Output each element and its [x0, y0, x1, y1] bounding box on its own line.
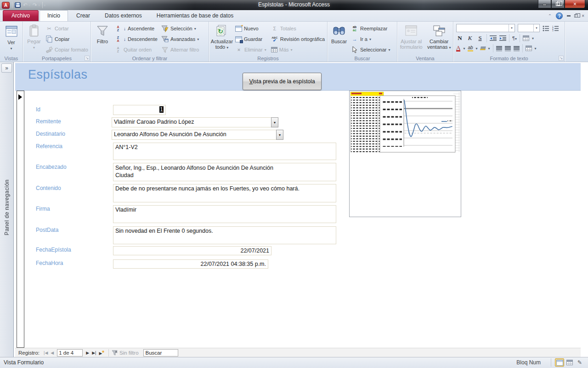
- record-search-input[interactable]: Buscar: [143, 349, 178, 356]
- select-cursor-icon: [351, 46, 358, 53]
- ir-a-button[interactable]: → Ir a▾: [350, 34, 392, 44]
- field-label-referencia: Referencia: [36, 143, 109, 150]
- destinatario-combo[interactable]: Leonardo Alfonso De Asunción De Asunción…: [112, 130, 283, 140]
- numlock-status: Bloq Num: [516, 359, 541, 366]
- gridlines-icon[interactable]: [526, 46, 532, 51]
- new-record-icon[interactable]: ▶*: [99, 350, 104, 356]
- tab-crear[interactable]: Crear: [69, 11, 97, 21]
- referencia-field[interactable]: AN°1-V2: [113, 143, 336, 160]
- nuevo-button[interactable]: * Nuevo: [234, 23, 270, 34]
- eliminar-button[interactable]: × Eliminar▾: [234, 45, 270, 55]
- italic-button[interactable]: K: [466, 34, 474, 42]
- embedded-chart-image[interactable]: [349, 91, 461, 217]
- form-view-button[interactable]: [555, 358, 564, 367]
- spellcheck-icon: ABC✔: [271, 35, 278, 43]
- record-selector-bar[interactable]: [17, 91, 24, 348]
- revision-ortografica-button[interactable]: ABC✔ Revisión ortográfica: [270, 34, 326, 44]
- font-color-icon[interactable]: A: [456, 45, 460, 52]
- shading-icon[interactable]: [523, 35, 529, 41]
- copiar-formato-button[interactable]: Copiar formato: [44, 45, 90, 55]
- seleccionar-button[interactable]: Seleccionar▾: [350, 45, 392, 55]
- underline-button[interactable]: S: [476, 34, 484, 42]
- restore-button[interactable]: [551, 0, 565, 8]
- design-view-button[interactable]: ✎: [575, 358, 584, 367]
- id-field[interactable]: 1: [113, 105, 166, 115]
- last-record-icon[interactable]: ▶|: [92, 351, 96, 355]
- quitar-orden-button[interactable]: AZ Quitar orden: [113, 45, 160, 55]
- group-vistas: Ver▾ Vistas: [0, 22, 23, 62]
- fill-color-icon[interactable]: [480, 46, 486, 50]
- no-filter-icon: [112, 350, 118, 356]
- mas-button[interactable]: Más▾: [270, 45, 326, 55]
- totales-button[interactable]: Σ Totales: [270, 23, 326, 34]
- tab-datos-externos[interactable]: Datos externos: [97, 11, 149, 21]
- align-center-icon[interactable]: [505, 46, 511, 51]
- expand-nav-pane-button[interactable]: »: [1, 63, 12, 73]
- pegar-button[interactable]: Pegar▾: [24, 23, 44, 55]
- align-left-icon[interactable]: [496, 46, 502, 51]
- paragraph-direction-icon[interactable]: ¶▾: [512, 35, 517, 41]
- ajustar-formulario-button[interactable]: Ajustar al formulario: [398, 23, 424, 55]
- postdata-field[interactable]: Sin novedad en El Frente 0 segundos.: [113, 226, 336, 244]
- reemplazar-button[interactable]: abac Reemplazar: [350, 23, 392, 34]
- destinatario-dropdown-icon[interactable]: ▾: [276, 130, 283, 140]
- encabezado-field[interactable]: Señor, Ing., Esp., Leonardo Alfonso De A…: [113, 163, 336, 181]
- replace-icon: abac: [351, 25, 358, 32]
- record-position-box[interactable]: 1 de 4: [57, 349, 83, 356]
- preview-epistola-button[interactable]: Vista previa de la espístola: [243, 73, 322, 90]
- field-label-id: Id: [36, 106, 109, 113]
- buscar-button[interactable]: Buscar: [328, 23, 350, 55]
- descendente-button[interactable]: ZA ↓ Descendente: [113, 34, 160, 44]
- filter-status[interactable]: Sin filtro: [112, 350, 139, 356]
- first-record-icon[interactable]: |◀: [44, 351, 48, 355]
- form-title: Espístolas: [28, 68, 88, 82]
- alternar-filtro-button[interactable]: Alternar filtro: [160, 45, 200, 55]
- bold-button[interactable]: N: [456, 34, 464, 42]
- guardar-button[interactable]: Guardar: [234, 34, 270, 44]
- form-view-icon: [556, 360, 563, 366]
- fechaepistola-field[interactable]: 22/07/2021: [113, 246, 271, 255]
- seleccion-button[interactable]: Selección▾: [160, 23, 200, 34]
- bullets-icon[interactable]: [543, 25, 549, 31]
- field-label-destinatario: Destinatario: [36, 131, 109, 137]
- filtro-button[interactable]: Filtro: [92, 23, 113, 55]
- font-family-combo[interactable]: ▾: [456, 24, 515, 32]
- align-right-icon[interactable]: [514, 46, 520, 51]
- datasheet-view-button[interactable]: [565, 358, 574, 367]
- tab-archivo[interactable]: Archivo: [3, 10, 39, 21]
- tab-herramientas[interactable]: Herramientas de base de datos: [149, 11, 241, 21]
- tab-inicio[interactable]: Inicio: [40, 10, 68, 21]
- decrease-indent-icon[interactable]: [490, 35, 497, 41]
- contenido-field[interactable]: Debe de no presentarse nunca jamás en lo…: [113, 184, 336, 202]
- doc-close-icon[interactable]: ×: [582, 13, 584, 18]
- increase-indent-icon[interactable]: [499, 35, 506, 41]
- remitente-combo[interactable]: Vladímir Caroao Padrino López ▾: [112, 117, 278, 127]
- previous-record-icon[interactable]: ◀: [51, 351, 54, 355]
- minimize-ribbon-icon[interactable]: ⌃: [548, 13, 552, 18]
- group-label-formato: Formato de texto: [453, 56, 565, 61]
- ver-button[interactable]: Ver▾: [1, 23, 22, 55]
- numbering-icon[interactable]: 1 2 3: [552, 25, 559, 31]
- cambiar-ventanas-button[interactable]: Cambiar ventanas ▾: [426, 23, 452, 55]
- fechahora-field[interactable]: 22/07/2021 04:38:35 p.m.: [113, 259, 268, 269]
- cortar-button[interactable]: ✂ Cortar: [44, 23, 90, 34]
- filter-icon: [96, 24, 109, 37]
- copiar-button[interactable]: Copiar: [44, 34, 90, 44]
- delete-icon: ×: [235, 46, 243, 53]
- highlight-icon[interactable]: ab: [468, 46, 473, 52]
- doc-restore-icon[interactable]: [574, 14, 578, 17]
- help-icon[interactable]: ?: [556, 12, 563, 19]
- font-size-combo[interactable]: ▾: [518, 24, 540, 32]
- remitente-dropdown-icon[interactable]: ▾: [271, 117, 278, 127]
- ascendente-button[interactable]: AZ ↓ Ascendente: [113, 23, 160, 34]
- avanzadas-button[interactable]: Avanzadas▾: [160, 34, 200, 44]
- close-button[interactable]: ×: [565, 0, 585, 8]
- firma-field[interactable]: Vladímir: [113, 205, 336, 223]
- actualizar-todo-button[interactable]: ↻ Actualizar todo ▾: [210, 23, 234, 55]
- ribbon-filler: [565, 22, 588, 62]
- doc-minimize-icon[interactable]: [567, 15, 571, 17]
- next-record-icon[interactable]: ▶: [86, 351, 89, 355]
- minimize-button[interactable]: [538, 0, 551, 8]
- group-label-registros: Registros: [209, 56, 327, 61]
- field-label-encabezado: Encabezado: [36, 164, 109, 170]
